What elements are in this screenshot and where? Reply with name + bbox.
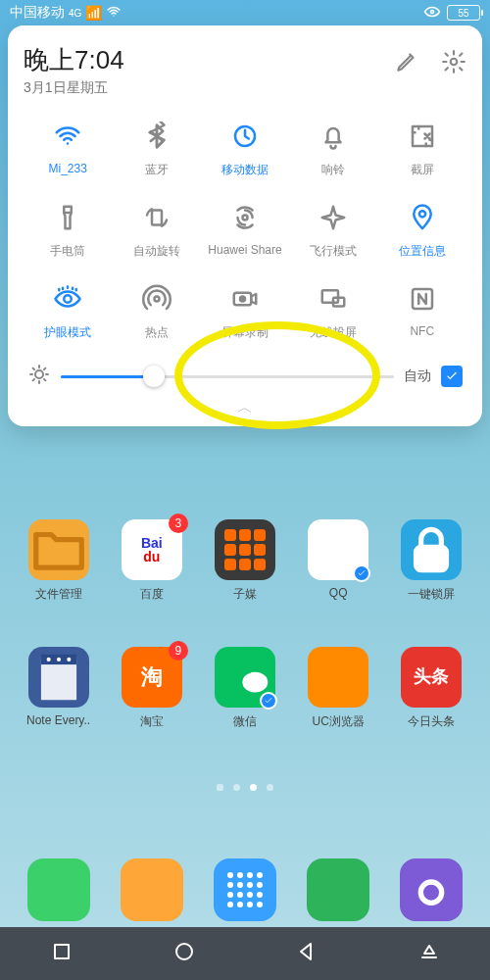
carrier-label: 中国移动 [10, 4, 65, 22]
tile-hotspot[interactable]: 热点 [112, 281, 200, 341]
app-apps[interactable] [198, 858, 291, 921]
svg-point-17 [421, 882, 442, 903]
app-label: QQ [329, 586, 348, 600]
app-label: Note Every.. [26, 713, 90, 727]
apps-icon [214, 858, 276, 921]
cast-icon [316, 281, 351, 317]
tile-screenshot[interactable]: 截屏 [378, 119, 466, 178]
svg-point-35 [35, 370, 43, 378]
home-apps-row-2: Note Every..淘9淘宝微信UC浏览器头条今日头条 [0, 647, 490, 730]
tile-label: 热点 [145, 324, 169, 341]
battery-icon: 55 [447, 5, 480, 21]
tile-label: 自动旋转 [133, 243, 180, 260]
hotspot-icon [139, 281, 174, 317]
phone-icon [307, 858, 369, 921]
app-label: 百度 [140, 586, 164, 603]
app-lock[interactable]: 一键锁屏 [385, 519, 478, 603]
app-folder[interactable]: 文件管理 [12, 519, 105, 603]
svg-point-15 [141, 871, 162, 892]
app-camera[interactable] [385, 858, 478, 921]
notification-badge: 3 [169, 514, 188, 533]
svg-point-14 [240, 667, 244, 671]
quick-settings-grid: Mi_233 蓝牙 移动数据 响铃 截屏 手电筒 自动旋转 Huawei Sha… [24, 119, 466, 341]
app-label: 一键锁屏 [408, 586, 455, 603]
svg-point-28 [64, 295, 72, 303]
tile-huawei-share[interactable]: Huawei Share [201, 200, 289, 260]
app-messages[interactable] [12, 858, 105, 921]
auto-brightness-checkbox[interactable] [441, 366, 463, 387]
edit-tiles-button[interactable] [394, 49, 419, 78]
tile-label: 护眼模式 [44, 324, 91, 341]
tile-label: 飞行模式 [310, 243, 357, 260]
app-contacts[interactable] [105, 858, 198, 921]
app-uc[interactable]: UC浏览器 [292, 647, 385, 730]
app-label: 子媒 [233, 586, 257, 603]
tile-wifi[interactable]: Mi_233 [24, 119, 112, 178]
battery-level: 55 [458, 8, 468, 19]
app-baidu[interactable]: Baidu3百度 [105, 519, 198, 603]
messages-icon [27, 858, 90, 921]
tile-label: 屏幕录制 [221, 324, 269, 341]
folder-icon [28, 519, 89, 580]
svg-point-1 [323, 527, 354, 563]
eye-comfort-icon [50, 281, 85, 317]
svg-point-10 [67, 658, 71, 662]
svg-point-9 [57, 658, 61, 662]
tile-bell[interactable]: 响铃 [289, 119, 377, 178]
app-qq[interactable]: QQ [292, 519, 385, 603]
tile-mobile-data[interactable]: 移动数据 [201, 119, 289, 178]
back-button[interactable] [295, 940, 318, 967]
auto-brightness-label: 自动 [404, 368, 431, 385]
svg-rect-24 [64, 207, 72, 213]
settings-button[interactable] [441, 49, 466, 78]
svg-point-20 [176, 944, 192, 959]
tile-auto-rotate[interactable]: 自动旋转 [112, 200, 200, 260]
page-dot[interactable] [217, 784, 223, 791]
page-dot[interactable] [233, 784, 240, 791]
lock-icon [401, 519, 462, 580]
brightness-slider[interactable] [61, 375, 394, 378]
tile-label: Huawei Share [208, 243, 281, 257]
notification-badge: 9 [169, 641, 188, 661]
svg-rect-23 [413, 126, 432, 146]
app-taobao[interactable]: 淘9淘宝 [105, 647, 198, 730]
screenshot-icon [405, 119, 440, 154]
recents-button[interactable] [50, 940, 74, 967]
svg-point-27 [419, 211, 425, 217]
airplane-icon [316, 200, 351, 235]
panel-collapse-handle[interactable]: ︿ [24, 398, 466, 418]
tile-location[interactable]: 位置信息 [378, 200, 466, 260]
tile-cast[interactable]: 无线投屏 [289, 281, 377, 341]
app-grid[interactable]: 子媒 [198, 519, 291, 603]
app-note[interactable]: Note Every.. [12, 647, 105, 730]
svg-rect-19 [55, 945, 69, 958]
app-wechat[interactable]: 微信 [198, 647, 291, 730]
home-button[interactable] [172, 940, 196, 967]
wifi-icon [50, 119, 85, 154]
toutiao-icon: 头条 [401, 647, 462, 708]
svg-point-26 [242, 216, 247, 220]
app-toutiao[interactable]: 头条今日头条 [385, 647, 478, 730]
tile-label: NFC [410, 324, 434, 338]
tile-label: 移动数据 [221, 162, 269, 178]
drawer-button[interactable] [417, 940, 441, 967]
tile-bluetooth[interactable]: 蓝牙 [112, 119, 200, 178]
status-bar: 中国移动 4G 📶 55 [0, 0, 490, 25]
tile-flashlight[interactable]: 手电筒 [24, 200, 112, 260]
tile-label: Mi_233 [49, 162, 87, 175]
wifi-status-icon [106, 4, 122, 23]
location-icon [405, 200, 440, 235]
screen-record-icon [227, 281, 263, 317]
page-dot[interactable] [267, 784, 273, 791]
tile-airplane[interactable]: 飞行模式 [289, 200, 377, 260]
svg-point-3 [330, 540, 335, 545]
tile-screen-record[interactable]: 屏幕录制 [201, 281, 289, 341]
dock [0, 858, 490, 921]
svg-point-0 [431, 10, 434, 13]
tile-nfc[interactable]: NFC [378, 281, 466, 341]
tile-label: 位置信息 [399, 243, 446, 260]
app-label: 今日头条 [408, 713, 455, 730]
app-phone[interactable] [292, 858, 385, 921]
svg-rect-25 [152, 211, 162, 225]
tile-eye-comfort[interactable]: 护眼模式 [24, 281, 112, 341]
